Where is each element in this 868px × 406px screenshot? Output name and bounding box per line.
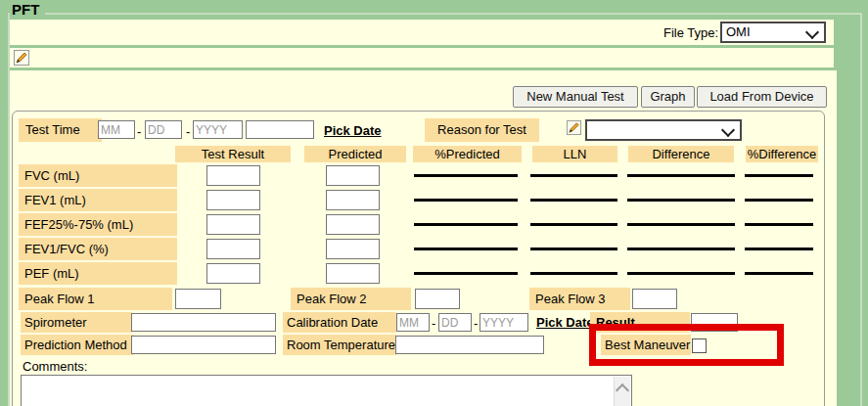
percent-predicted-line: [414, 223, 518, 226]
lln-line: [530, 272, 617, 275]
test-month-input[interactable]: [98, 120, 135, 139]
peak-flow-row: Peak Flow 1 Peak Flow 2 Peak Flow 3: [13, 288, 824, 310]
difference-line: [627, 272, 735, 275]
page-title: PFT: [10, 1, 45, 18]
date-separator: -: [137, 124, 141, 139]
best-maneuver-checkbox[interactable]: [692, 338, 707, 353]
col-header-predicted: Predicted: [304, 146, 406, 162]
percent-difference-line: [745, 248, 813, 250]
comments-label: Comments:: [23, 359, 87, 374]
chevron-down-icon: [805, 25, 819, 39]
table-row-fev1: FEV1 (mL): [13, 189, 824, 211]
test-time-input[interactable]: [246, 120, 314, 139]
test-time-label: Test Time: [19, 118, 102, 142]
room-temperature-label: Room Temperature: [283, 335, 396, 355]
test-result-input[interactable]: [206, 165, 260, 186]
predicted-input[interactable]: [326, 239, 380, 259]
predicted-input[interactable]: [326, 214, 380, 235]
main-area: New Manual Test Graph Load From Device T…: [10, 70, 837, 406]
peak-flow-3-input[interactable]: [632, 289, 677, 309]
table-row-fev1-fvc: FEV1/FVC (%): [13, 238, 824, 260]
test-result-input[interactable]: [206, 190, 260, 210]
edit-pencil-icon[interactable]: [14, 50, 29, 68]
col-header-difference: Difference: [628, 146, 734, 162]
result-input[interactable]: [691, 313, 738, 332]
comments-textarea[interactable]: [21, 375, 632, 406]
percent-difference-line: [745, 199, 813, 202]
test-day-input[interactable]: [145, 120, 182, 139]
lln-line: [530, 174, 617, 177]
edit-pencil-icon[interactable]: [567, 120, 581, 138]
predicted-input[interactable]: [326, 263, 380, 284]
date-separator: -: [186, 124, 190, 139]
file-type-bar: File Type: OMI: [10, 20, 834, 45]
spirometer-label: Spirometer: [21, 312, 132, 333]
col-header-lln: LLN: [532, 146, 617, 162]
test-result-input[interactable]: [206, 214, 260, 235]
predicted-input[interactable]: [326, 165, 380, 186]
prediction-method-label: Prediction Method: [21, 335, 134, 355]
graph-button[interactable]: Graph: [641, 86, 695, 108]
calibration-year-input[interactable]: [480, 313, 528, 332]
table-row-fef: FEF25%-75% (mL): [13, 213, 824, 236]
peak-flow-1-input[interactable]: [175, 289, 221, 309]
edit-bar: [10, 48, 834, 68]
file-type-label: File Type:: [663, 25, 718, 40]
lln-line: [530, 199, 617, 202]
result-label: Result: [590, 312, 690, 333]
calibration-date-label: Calibration Date: [283, 312, 396, 333]
percent-difference-line: [745, 223, 813, 226]
table-row-pef: PEF (mL): [13, 262, 824, 285]
room-temperature-input[interactable]: [395, 336, 544, 354]
spirometer-input[interactable]: [131, 313, 276, 332]
best-maneuver-label: Best Maneuver: [601, 335, 691, 355]
prediction-row: Prediction Method Room Temperature Best …: [13, 335, 824, 355]
lln-line: [530, 248, 617, 250]
file-type-select[interactable]: OMI: [720, 22, 826, 43]
chevron-down-icon: [721, 123, 735, 137]
difference-line: [627, 174, 735, 177]
test-year-input[interactable]: [193, 120, 243, 139]
difference-line: [627, 199, 735, 202]
pick-date-link[interactable]: Pick Date: [324, 123, 382, 138]
col-header-test-result: Test Result: [175, 146, 291, 162]
difference-line: [627, 248, 735, 250]
row-label: PEF (mL): [19, 262, 177, 285]
row-label: FVC (mL): [19, 164, 177, 187]
reason-for-test-select[interactable]: [585, 119, 742, 141]
chevron-up-icon[interactable]: [616, 383, 629, 397]
reason-for-test-label: Reason for Test: [425, 118, 539, 142]
peak-flow-1-label: Peak Flow 1: [19, 288, 172, 310]
percent-predicted-line: [414, 174, 518, 177]
peak-flow-2-label: Peak Flow 2: [291, 288, 411, 310]
test-result-input[interactable]: [206, 263, 260, 284]
lln-line: [530, 223, 617, 226]
calibration-day-input[interactable]: [438, 313, 472, 332]
difference-line: [627, 223, 735, 226]
table-row-fvc: FVC (mL): [13, 164, 824, 187]
spirometer-row: Spirometer Calibration Date - - Pick Dat…: [13, 312, 824, 333]
row-label: FEF25%-75% (mL): [19, 213, 177, 236]
col-header-percent-predicted: %Predicted: [413, 146, 522, 162]
percent-predicted-line: [414, 272, 518, 275]
calibration-month-input[interactable]: [396, 313, 430, 332]
test-form-panel: Test Time - - Pick Date Reason for Test: [12, 111, 825, 406]
pick-date-link[interactable]: Pick Date: [536, 315, 594, 330]
percent-difference-line: [745, 174, 813, 177]
file-type-value: OMI: [726, 24, 751, 39]
comments-scrollbar[interactable]: [614, 377, 630, 406]
col-header-percent-difference: %Difference: [746, 146, 818, 162]
peak-flow-2-input[interactable]: [415, 289, 460, 309]
load-from-device-button[interactable]: Load From Device: [697, 86, 827, 108]
row-label: FEV1/FVC (%): [19, 238, 177, 260]
pft-screen: PFT File Type: OMI New Manual Test Graph…: [0, 0, 868, 406]
predicted-input[interactable]: [326, 190, 380, 210]
date-separator: -: [474, 316, 478, 331]
percent-predicted-line: [414, 199, 518, 202]
percent-predicted-line: [414, 248, 518, 250]
prediction-method-input[interactable]: [131, 336, 276, 354]
percent-difference-line: [745, 272, 813, 275]
date-separator: -: [432, 316, 435, 331]
test-result-input[interactable]: [206, 239, 260, 259]
new-manual-test-button[interactable]: New Manual Test: [513, 86, 638, 108]
